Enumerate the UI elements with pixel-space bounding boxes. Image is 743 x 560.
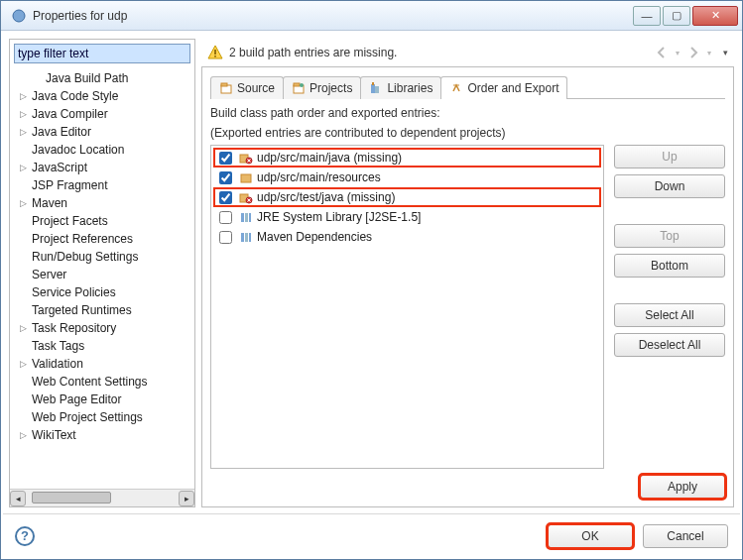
entry-checkbox[interactable] — [219, 191, 232, 204]
content-split: Java Build Path▷Java Code Style▷Java Com… — [3, 33, 740, 513]
svg-rect-10 — [375, 86, 379, 93]
maximize-button[interactable]: ▢ — [663, 6, 690, 26]
ok-button[interactable]: OK — [548, 524, 633, 548]
tree-item-jsp-fragment[interactable]: JSP Fragment — [10, 176, 194, 194]
scroll-right-button[interactable]: ▸ — [179, 491, 194, 506]
back-icon[interactable] — [654, 45, 670, 60]
tab-projects[interactable]: Projects — [283, 76, 361, 99]
tab-order-and-export[interactable]: Order and Export — [440, 76, 567, 99]
tree-item-label: Task Repository — [32, 319, 116, 337]
tree-item-label: Service Policies — [32, 283, 116, 301]
tree-item-label: Java Editor — [32, 123, 91, 141]
tree-item-java-editor[interactable]: ▷Java Editor — [10, 123, 194, 141]
tree-item-label: Maven — [32, 194, 67, 212]
tree-expand-icon[interactable]: ▷ — [20, 123, 32, 141]
tree-item-label: Java Code Style — [32, 87, 118, 105]
tree-expand-icon[interactable]: ▷ — [20, 105, 32, 123]
entry-row[interactable]: udp/src/main/java (missing) — [213, 148, 601, 168]
tree-item-service-policies[interactable]: Service Policies — [10, 283, 194, 301]
tree-expand-icon[interactable]: ▷ — [20, 159, 32, 176]
tree-expand-icon[interactable]: ▷ — [20, 355, 32, 373]
tree-item-java-compiler[interactable]: ▷Java Compiler — [10, 105, 194, 123]
description-line-2: (Exported entries are contributed to dep… — [210, 125, 725, 141]
svg-rect-2 — [214, 50, 216, 55]
entry-checkbox[interactable] — [219, 211, 232, 224]
entry-row[interactable]: udp/src/main/resources — [213, 168, 601, 187]
tree-item-java-code-style[interactable]: ▷Java Code Style — [10, 87, 194, 105]
tree-item-task-tags[interactable]: Task Tags — [10, 337, 194, 355]
tree-expand-icon[interactable]: ▷ — [20, 319, 32, 337]
entry-label: JRE System Library [J2SE-1.5] — [257, 210, 421, 224]
tree-item-targeted-runtimes[interactable]: Targeted Runtimes — [10, 301, 194, 319]
app-icon — [11, 8, 27, 24]
tree-item-task-repository[interactable]: ▷Task Repository — [10, 319, 194, 337]
tree-h-scrollbar[interactable]: ◂ ▸ — [10, 489, 194, 506]
tree-item-label: Web Content Settings — [32, 373, 148, 391]
entries-list[interactable]: udp/src/main/java (missing)udp/src/main/… — [210, 145, 604, 469]
right-panel: 2 build path entries are missing. ▾ ▾ ▾ … — [201, 39, 734, 507]
help-icon[interactable]: ? — [15, 526, 35, 546]
cancel-button[interactable]: Cancel — [643, 524, 728, 548]
up-button[interactable]: Up — [614, 145, 725, 168]
down-button[interactable]: Down — [614, 174, 725, 198]
tree-item-label: Web Project Settings — [32, 408, 143, 426]
deselect-all-button[interactable]: Deselect All — [614, 333, 725, 357]
tree-item-project-facets[interactable]: Project Facets — [10, 212, 194, 230]
select-all-button[interactable]: Select All — [614, 303, 725, 327]
tree-item-maven[interactable]: ▷Maven — [10, 194, 194, 212]
tree-expand-icon[interactable]: ▷ — [20, 426, 32, 444]
tree-item-web-project-settings[interactable]: Web Project Settings — [10, 408, 194, 426]
scroll-thumb[interactable] — [32, 492, 111, 504]
tree-item-label: Targeted Runtimes — [32, 301, 132, 319]
forward-dropdown-icon[interactable]: ▾ — [707, 49, 711, 57]
tab-label: Libraries — [387, 81, 433, 95]
tree-item-project-references[interactable]: Project References — [10, 230, 194, 248]
category-tree[interactable]: Java Build Path▷Java Code Style▷Java Com… — [10, 67, 194, 489]
scroll-track[interactable] — [26, 491, 179, 506]
window-title: Properties for udp — [33, 9, 631, 23]
tabs: SourceProjectsLibrariesOrder and Export — [210, 75, 725, 99]
entry-checkbox[interactable] — [219, 231, 232, 244]
tab-source[interactable]: Source — [210, 76, 284, 99]
titlebar[interactable]: Properties for udp — ▢ ✕ — [1, 1, 742, 31]
tree-item-label: Javadoc Location — [32, 141, 124, 159]
tree-item-javadoc-location[interactable]: Javadoc Location — [10, 141, 194, 159]
close-button[interactable]: ✕ — [692, 6, 738, 26]
tree-item-web-page-editor[interactable]: Web Page Editor — [10, 391, 194, 408]
minimize-button[interactable]: — — [633, 6, 661, 26]
tree-item-wikitext[interactable]: ▷WikiText — [10, 426, 194, 444]
properties-window: Properties for udp — ▢ ✕ Java Build Path… — [0, 0, 743, 560]
apply-button[interactable]: Apply — [640, 475, 725, 499]
svg-rect-23 — [249, 213, 251, 222]
tree-item-label: Java Compiler — [32, 105, 108, 123]
filter-container — [14, 44, 190, 63]
entry-label: udp/src/main/java (missing) — [257, 151, 402, 165]
entry-checkbox[interactable] — [219, 152, 232, 165]
filter-input[interactable] — [14, 44, 190, 63]
tree-expand-icon[interactable]: ▷ — [20, 194, 32, 212]
entry-row[interactable]: Maven Dependencies — [213, 227, 601, 247]
tree-item-run-debug-settings[interactable]: Run/Debug Settings — [10, 248, 194, 266]
tree-item-java-build-path[interactable]: Java Build Path — [10, 69, 194, 87]
entry-row[interactable]: udp/src/test/java (missing) — [213, 187, 601, 207]
tree-item-server[interactable]: Server — [10, 266, 194, 283]
forward-icon[interactable] — [685, 45, 701, 60]
tab-label: Source — [237, 81, 275, 95]
entry-checkbox[interactable] — [219, 171, 232, 184]
scroll-left-button[interactable]: ◂ — [10, 491, 26, 506]
tree-expand-icon[interactable]: ▷ — [20, 87, 32, 105]
tree-item-web-content-settings[interactable]: Web Content Settings — [10, 373, 194, 391]
bottom-button[interactable]: Bottom — [614, 254, 725, 278]
view-menu-icon[interactable]: ▾ — [723, 48, 728, 57]
tree-item-label: Run/Debug Settings — [32, 248, 138, 266]
entry-row[interactable]: JRE System Library [J2SE-1.5] — [213, 207, 601, 227]
package-icon — [239, 170, 253, 184]
tree-item-validation[interactable]: ▷Validation — [10, 355, 194, 373]
back-dropdown-icon[interactable]: ▾ — [676, 49, 680, 57]
tab-libraries[interactable]: Libraries — [360, 76, 441, 99]
tree-item-javascript[interactable]: ▷JavaScript — [10, 159, 194, 176]
main-row: udp/src/main/java (missing)udp/src/main/… — [210, 145, 725, 469]
dialog-body: Java Build Path▷Java Code Style▷Java Com… — [1, 31, 742, 559]
top-button[interactable]: Top — [614, 224, 725, 248]
svg-rect-5 — [221, 83, 227, 86]
